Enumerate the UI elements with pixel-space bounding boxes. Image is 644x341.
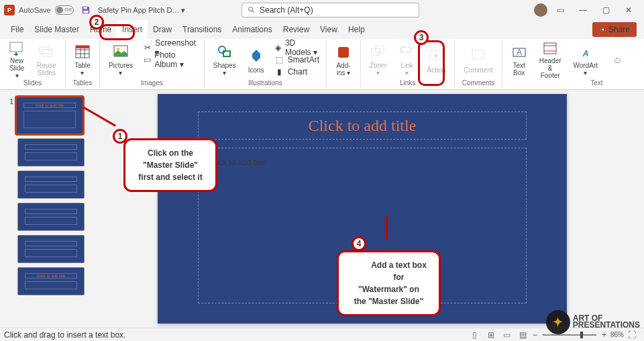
svg-line-3 [252,11,254,13]
layout-thumbnail-1[interactable] [17,138,85,166]
zoom-button: Zoom▾ [364,40,393,79]
svg-point-2 [249,7,253,11]
search-input[interactable]: Search (Alt+Q) [241,3,419,17]
save-icon[interactable] [80,5,91,15]
comment-icon [470,46,486,65]
svg-text:A: A [582,49,588,58]
layout-thumbnail-5[interactable]: Click to add title [17,267,85,295]
link-button: Link▾ [393,40,421,79]
date-button[interactable]: ⏲ [604,40,632,79]
photo-album-button[interactable]: ▭Photo Album ▾ [142,54,199,66]
menu-slide-master[interactable]: Slide Master [29,20,85,39]
menu-file[interactable]: File [5,20,29,39]
layout-thumbnail-2[interactable] [17,170,85,199]
menu-transitions[interactable]: Transitions [177,20,227,39]
reuse-slides-icon [38,43,54,60]
svg-rect-7 [40,47,49,54]
svg-rect-8 [42,50,52,56]
sorter-view-icon[interactable]: ⊞ [484,330,498,340]
minimize-button[interactable]: — [573,1,593,19]
shapes-icon [217,43,233,60]
annotation-marker-3: 3 [414,30,429,45]
reuse-slides-button: ReuseSlides [31,40,62,79]
app-icon: P [4,5,15,15]
menu-review[interactable]: Review [278,20,315,39]
addins-icon [335,43,352,60]
svg-rect-1 [83,11,88,13]
filename[interactable]: Safety Pin App Pitch D… ▾ [98,6,186,15]
title-placeholder[interactable]: Click to add title [198,111,527,140]
wordart-icon: A [578,43,594,60]
svg-rect-19 [338,47,349,58]
table-button[interactable]: Table▾ [68,40,97,79]
link-icon [399,43,415,60]
menu-view[interactable]: View [315,20,343,39]
svg-rect-14 [76,46,89,48]
status-hint: Click and drag to insert a text box. [4,330,125,340]
photo-album-icon: ▭ [143,54,152,65]
layout-thumbnail-4[interactable] [17,235,85,263]
chart-button[interactable]: ▮Chart [273,66,321,78]
comment-button: Comment [458,40,498,79]
wordart-button[interactable]: AWordArt▾ [568,40,604,79]
annotation-box-insert [99,24,135,40]
header-footer-button[interactable]: Header& Footer [533,40,568,79]
textbox-button[interactable]: ATextBox [505,40,533,79]
shapes-button[interactable]: Shapes▾ [207,40,242,79]
icons-button[interactable]: Icons [242,40,270,79]
addins-button[interactable]: Add-ins ▾ [329,40,358,79]
annotation-marker-4: 4 [352,236,366,251]
layout-thumbnail-3[interactable] [17,203,85,231]
autosave-toggle[interactable]: Off [55,5,74,15]
annotation-line-4 [386,216,388,240]
new-slide-icon [9,41,25,56]
new-slide-button[interactable]: NewSlide ▾ [3,40,31,79]
zoom-out-button[interactable]: − [531,330,539,340]
share-button[interactable]: Share [592,22,637,37]
icons-icon [248,46,264,65]
svg-rect-4 [10,42,22,52]
annotation-marker-2: 2 [89,15,104,30]
watermark-logo: ✦ ART OFPRESENTATIONS [546,310,640,334]
3d-icon: ◈ [274,42,282,53]
annotation-callout-1: Click on the "Master Slide" first and se… [123,138,217,192]
search-icon [248,6,256,14]
3d-button[interactable]: ◈3D Models ▾ [273,42,321,54]
reading-view-icon[interactable]: ▭ [500,330,515,340]
svg-text:⏲: ⏲ [614,56,622,65]
menu-draw[interactable]: Draw [148,20,177,39]
table-icon [74,43,91,60]
svg-text:A: A [517,48,522,57]
menu-animations[interactable]: Animations [227,20,277,39]
autosave-label: AutoSave [19,6,51,14]
svg-point-16 [117,48,119,50]
screenshot-icon: ✂ [143,42,152,53]
chart-icon: ▮ [274,66,285,77]
thumbnail-panel: 1Click to add titleClick to add title [0,90,101,328]
svg-rect-0 [83,7,87,9]
slideshow-icon[interactable]: ▤ [516,330,531,340]
ribbon: NewSlide ▾ReuseSlidesSlidesTable▾TablesP… [0,39,644,90]
textbox-icon: A [511,43,527,60]
annotation-callout-4: Add a text box for "Watermark" on the "M… [337,250,441,316]
pictures-button[interactable]: Pictures▾ [103,40,139,79]
svg-point-17 [219,46,225,53]
zoom-icon [370,43,386,60]
pictures-icon [113,43,129,60]
close-button[interactable]: ✕ [619,1,639,19]
ribbon-options-icon[interactable]: ▭ [550,1,570,19]
svg-rect-25 [544,43,556,54]
num-icon: # [638,50,644,69]
menu-help[interactable]: Help [343,20,370,39]
normal-view-icon[interactable]: ▯ [468,330,482,340]
header-footer-icon [542,41,558,56]
annotation-box-textbox [418,40,445,86]
smartart-button[interactable]: ⬚SmartArt [273,54,321,66]
master-thumbnail[interactable]: Click to add title [16,97,83,134]
smartart-icon: ⬚ [274,54,285,65]
num-button[interactable]: # [632,40,644,79]
maximize-button[interactable]: ▢ [596,1,616,19]
date-icon: ⏲ [610,50,626,69]
avatar[interactable] [534,3,547,17]
